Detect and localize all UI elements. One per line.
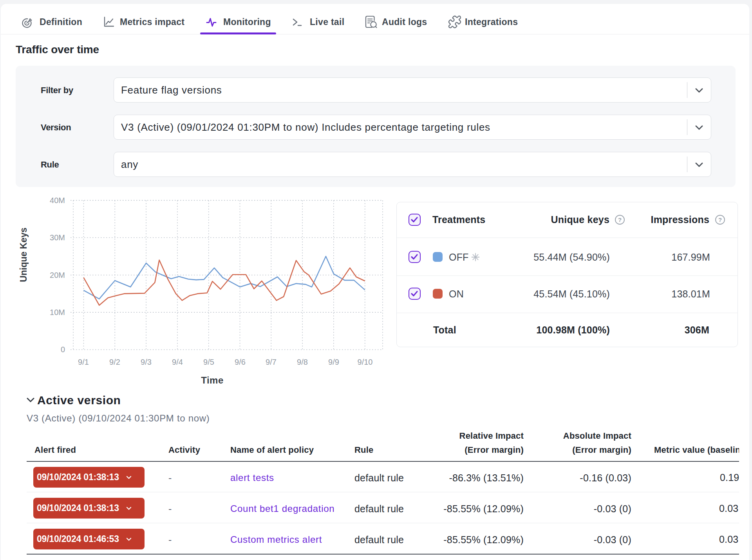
svg-text:9/6: 9/6: [235, 358, 246, 366]
svg-text:Time: Time: [201, 375, 224, 385]
svg-text:Unique Keys: Unique Keys: [18, 227, 29, 282]
svg-text:30M: 30M: [50, 233, 65, 242]
svg-text:40M: 40M: [50, 196, 65, 205]
svg-text:0: 0: [61, 345, 65, 354]
svg-text:9/8: 9/8: [297, 358, 308, 366]
svg-text:10M: 10M: [50, 308, 65, 317]
svg-text:9/10: 9/10: [358, 358, 373, 366]
svg-text:9/7: 9/7: [266, 358, 277, 366]
svg-text:9/4: 9/4: [172, 358, 183, 366]
svg-text:?: ?: [718, 216, 722, 223]
svg-text:9/3: 9/3: [141, 358, 152, 366]
svg-text:20M: 20M: [50, 271, 65, 279]
svg-text:9/9: 9/9: [328, 358, 339, 366]
svg-text:9/2: 9/2: [109, 358, 120, 366]
svg-text:9/1: 9/1: [78, 358, 89, 366]
svg-text:9/5: 9/5: [203, 358, 214, 366]
